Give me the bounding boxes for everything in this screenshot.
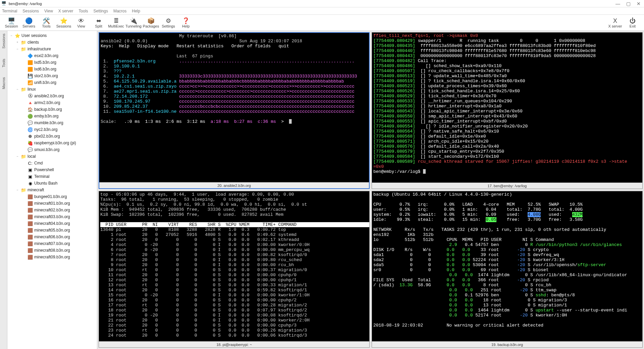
- session-armv2-b3n-org[interactable]: 🔺armv2.b3n.org: [7, 99, 97, 106]
- session-minecraft08-b3n-org[interactable]: 🟫minecraft08.b3n.org: [7, 247, 97, 254]
- toolbar-exit-button[interactable]: ⏻Exit: [624, 15, 641, 31]
- session-minecraft07-b3n-org[interactable]: 🟫minecraft07.b3n.org: [7, 240, 97, 247]
- session-minecraft03-b3n-org[interactable]: 🟫minecraft03.b3n.org: [7, 213, 97, 220]
- tree-icon: 🟢: [28, 114, 33, 119]
- rail-tab-macros[interactable]: Macros: [2, 77, 6, 89]
- tools-icon: 🛠️: [43, 17, 50, 24]
- session-emby-b3n-org[interactable]: 🟢emby.b3n.org: [7, 113, 97, 119]
- tree-icon: ◉: [28, 181, 33, 186]
- session-nyc2-b3n-org[interactable]: 🌀nyc2.b3n.org: [7, 126, 97, 133]
- session-ubuntu-bash[interactable]: ◉Ubuntu Bash: [7, 180, 97, 187]
- tree-icon: 💬: [28, 120, 33, 126]
- menu-terminal[interactable]: Terminal: [2, 9, 17, 13]
- session-powershell[interactable]: ▣Powershell: [7, 166, 97, 173]
- tree-icon: ▣: [28, 167, 33, 172]
- session-minecraft05-b3n-org[interactable]: 🟫minecraft05.b3n.org: [7, 227, 97, 234]
- tree-label: minecraft: [28, 188, 44, 192]
- tree-icon: 🟫: [28, 221, 33, 226]
- folder-clients[interactable]: +📁clients: [7, 39, 97, 46]
- rail-tab-sessions[interactable]: Sessions: [2, 34, 6, 49]
- tree-icon: 🔷: [28, 53, 33, 58]
- session-smuxi-b3n-org[interactable]: 💬smuxi.b3n.org: [7, 146, 97, 153]
- session-backup-b3n-org[interactable]: 🏠backup.b3n.org: [7, 106, 97, 113]
- tree-label: minecraft03.b3n.org: [34, 214, 70, 219]
- session-mumble-b3n-org[interactable]: 💬mumble.b3n.org: [7, 119, 97, 126]
- menu-help[interactable]: Help: [132, 9, 140, 13]
- pane-emby-varlog[interactable]: ffies_till_next_fqs=1, root ->qsmask 0x0…: [372, 32, 643, 189]
- folder-linux[interactable]: −📁linux: [7, 86, 97, 93]
- tree-icon: 🟫: [28, 255, 33, 260]
- toolbar-view-button[interactable]: 👁View: [72, 15, 90, 31]
- tree-label: minecraft06.b3n.org: [34, 235, 70, 239]
- session-lxd6-b3n-org[interactable]: 🟧lxd6.b3n.org: [7, 66, 97, 72]
- pane-backup[interactable]: backup (Ubuntu 16.04 64bit / Linux 4.4.0…: [372, 191, 643, 348]
- folder-local[interactable]: −📁local: [7, 153, 97, 160]
- tree-icon: ⭐: [15, 33, 20, 38]
- tree-icon: Ⓐ: [28, 93, 33, 99]
- pane-ansible2[interactable]: My traceroute [v0.86] ansible2 (0.0.0.0)…: [99, 32, 370, 189]
- toolbar-tunneling-button[interactable]: 🔌Tunneling: [125, 15, 142, 31]
- session-minecraft01-b3n-org[interactable]: 🟫minecraft01.b3n.org: [7, 200, 97, 207]
- session-unifi-b3n-org[interactable]: 📶unifi.b3n.org: [7, 79, 97, 86]
- menu-x-server[interactable]: X server: [58, 9, 73, 13]
- toolbar-multiexec-button[interactable]: ≣MultiExec: [107, 15, 125, 31]
- tree-icon: 🟫: [28, 228, 33, 233]
- toolbar-tools-button[interactable]: 🛠️Tools: [38, 15, 55, 31]
- menu-sessions[interactable]: Sessions: [22, 9, 39, 13]
- session-cmd[interactable]: C:Cmd: [7, 160, 97, 166]
- toolbar-sessions-button[interactable]: ⭐Sessions: [55, 15, 72, 31]
- tree-label: unifi.b3n.org: [34, 80, 56, 85]
- session-stor2-b3n-org[interactable]: 💾stor2.b3n.org: [7, 72, 97, 79]
- session-terminal[interactable]: ▣Terminal: [7, 173, 97, 180]
- tree-label: raspberrypi.b3n.org (pi): [34, 141, 76, 145]
- session-minecraft02-b3n-org[interactable]: 🟫minecraft02.b3n.org: [7, 207, 97, 213]
- toolbar-servers-button[interactable]: 🔵Servers: [20, 15, 38, 31]
- folder-minecraft[interactable]: −📁minecraft: [7, 187, 97, 193]
- session-bungee01-b3n-org[interactable]: 🟫bungee01.b3n.org: [7, 193, 97, 200]
- tree-twist-icon: −: [15, 155, 19, 158]
- folder-user-sessions[interactable]: −⭐User sessions: [7, 32, 97, 39]
- x server-icon: X: [613, 17, 617, 24]
- maximize-button[interactable]: ▢: [626, 1, 631, 6]
- menu-macros[interactable]: Macros: [113, 9, 126, 13]
- session-minecraft09-b3n-org[interactable]: 🟫minecraft09.b3n.org: [7, 254, 97, 260]
- tree-label: minecraft07.b3n.org: [34, 241, 70, 246]
- session-lxd5-b3n-org[interactable]: 🟧lxd5.b3n.org: [7, 59, 97, 66]
- toolbar-session-button[interactable]: 🖥️Session: [3, 15, 20, 31]
- session-minecraft06-b3n-org[interactable]: 🟫minecraft06.b3n.org: [7, 234, 97, 240]
- tree-icon: 📁: [21, 154, 26, 159]
- side-rail: SessionsToolsMacros: [0, 31, 7, 349]
- menu-view[interactable]: View: [44, 9, 53, 13]
- session-minecraft04-b3n-org[interactable]: 🟫minecraft04.b3n.org: [7, 220, 97, 227]
- minimize-button[interactable]: —: [615, 1, 620, 6]
- tree-label: ansible2.b3n.org: [34, 94, 64, 98]
- tree-icon: 🟫: [28, 201, 33, 206]
- toolbar-split-button[interactable]: ⬌Split: [90, 15, 107, 31]
- menu-tools[interactable]: Tools: [79, 9, 88, 13]
- tree-label: minecraft01.b3n.org: [34, 201, 70, 206]
- tree-icon: 🔺: [28, 100, 33, 105]
- toolbar-settings-button[interactable]: ⚙Settings: [160, 15, 177, 31]
- pane-raspberrypi[interactable]: top - 05:03:06 up 46 days, 9:44, 1 user,…: [99, 191, 370, 348]
- rail-tab-tools[interactable]: Tools: [2, 59, 6, 67]
- tree-icon: 🏠: [28, 107, 33, 112]
- tree-icon: 🟧: [28, 67, 33, 72]
- session-pbx02-b3n-org[interactable]: ☸pbx02.b3n.org: [7, 133, 97, 140]
- session-ansible2-b3n-org[interactable]: Ⓐansible2.b3n.org: [7, 93, 97, 99]
- folder-infrastructure[interactable]: −📁infrastructure: [7, 46, 97, 52]
- toolbar-x-server-button[interactable]: XX server: [606, 15, 624, 31]
- tree-icon: 📁: [21, 47, 26, 52]
- sessions-sidebar[interactable]: −⭐User sessions+📁clients−📁infrastructure…: [7, 31, 97, 349]
- tree-label: lxd6.b3n.org: [34, 67, 56, 71]
- tree-icon: 📶: [28, 80, 33, 85]
- tree-label: local: [28, 154, 36, 159]
- tree-label: Terminal: [34, 174, 49, 179]
- session-raspberrypi-b3n-org-pi-[interactable]: 🍓raspberrypi.b3n.org (pi): [7, 140, 97, 146]
- menu-settings[interactable]: Settings: [94, 9, 108, 13]
- toolbar-packages-button[interactable]: 📦Packages: [142, 15, 160, 31]
- toolbar-help-button[interactable]: ❓Help: [177, 15, 195, 31]
- tree-icon: 🟫: [28, 214, 33, 219]
- tree-label: minecraft05.b3n.org: [34, 228, 70, 233]
- close-button[interactable]: ✕: [637, 1, 641, 6]
- session-esxi2-b3n-org[interactable]: 🔷esxi2.b3n.org: [7, 52, 97, 59]
